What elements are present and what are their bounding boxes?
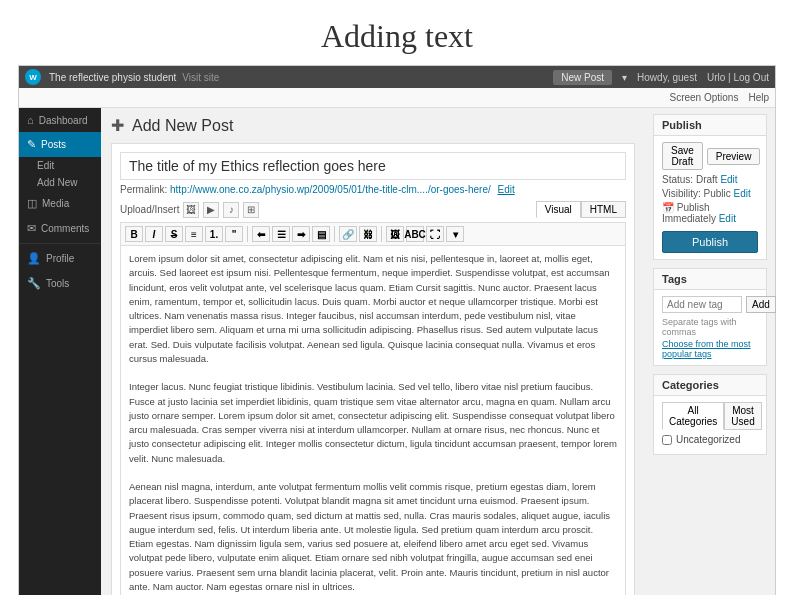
tags-box-content: Add Separate tags with commas Choose fro… xyxy=(654,290,766,365)
tab-visual[interactable]: Visual xyxy=(536,201,581,218)
tab-html[interactable]: HTML xyxy=(581,201,626,218)
publish-immediately-row: 📅 Publish Immediately Edit xyxy=(662,202,758,224)
status-value: Draft xyxy=(696,174,718,185)
edit-status-link[interactable]: Edit xyxy=(720,174,737,185)
upload-image-btn[interactable]: 🖼 xyxy=(183,202,199,218)
sidebar-item-comments[interactable]: ✉ Comments xyxy=(19,216,101,241)
toolbar-row: Upload/Insert 🖼 ▶ ♪ ⊞ Visual HTML xyxy=(120,201,626,218)
save-draft-btn[interactable]: Save Draft xyxy=(662,142,703,170)
screen-options-btn[interactable]: Screen Options xyxy=(669,92,738,103)
permalink-label: Permalink: xyxy=(120,184,170,195)
image-insert-btn[interactable]: 🖼 xyxy=(386,226,404,242)
tools-icon: 🔧 xyxy=(27,277,41,290)
upload-media-btn[interactable]: ⊞ xyxy=(243,202,259,218)
bold-btn[interactable]: B xyxy=(125,226,143,242)
link-btn[interactable]: 🔗 xyxy=(339,226,357,242)
publish-box-content: Save Draft Preview Status: Draft Edit Vi… xyxy=(654,136,766,259)
tab-most-used[interactable]: Most Used xyxy=(724,402,761,430)
permalink-url[interactable]: http://www.one.co.za/physio.wp/2009/05/0… xyxy=(170,184,491,195)
sidebar-item-posts[interactable]: ✎ Posts xyxy=(19,132,101,157)
sidebar-section-profile: 👤 Profile 🔧 Tools xyxy=(19,243,101,296)
upload-insert-label: Upload/Insert xyxy=(120,204,179,215)
category-checkbox-uncategorized[interactable] xyxy=(662,435,672,445)
categories-box: Categories All Categories Most Used Unca… xyxy=(653,374,767,455)
visibility-value: Public xyxy=(704,188,731,199)
category-item-uncategorized: Uncategorized xyxy=(662,434,758,445)
sidebar-item-label-dashboard: Dashboard xyxy=(39,115,88,126)
right-sidebar: Publish Save Draft Preview Status: Draft… xyxy=(645,108,775,595)
admin-bar: W The reflective physio student Visit si… xyxy=(19,66,775,88)
unordered-list-btn[interactable]: ≡ xyxy=(185,226,203,242)
urlo-link[interactable]: Urlo | Log Out xyxy=(707,72,769,83)
publish-box: Publish Save Draft Preview Status: Draft… xyxy=(653,114,767,260)
dropdown-arrow-icon[interactable]: ▾ xyxy=(622,72,627,83)
wp-logo: W xyxy=(25,69,41,85)
sidebar-sub-add-new[interactable]: Add New xyxy=(19,174,101,191)
upload-video-btn[interactable]: ▶ xyxy=(203,202,219,218)
tags-box: Tags Add Separate tags with commas Choos… xyxy=(653,268,767,366)
sidebar-item-tools[interactable]: 🔧 Tools xyxy=(19,271,101,296)
body-paragraph-2: Integer lacus. Nunc feugiat tristique li… xyxy=(129,380,617,466)
italic-btn[interactable]: I xyxy=(145,226,163,242)
sidebar-sub-edit[interactable]: Edit xyxy=(19,157,101,174)
new-post-button[interactable]: New Post xyxy=(553,70,612,85)
visit-site-link[interactable]: Visit site xyxy=(182,72,219,83)
tags-add-btn[interactable]: Add xyxy=(746,296,776,313)
tags-input[interactable] xyxy=(662,296,742,313)
comments-icon: ✉ xyxy=(27,222,36,235)
choose-tags-link[interactable]: Choose from the most popular tags xyxy=(662,339,758,359)
categories-box-title: Categories xyxy=(654,375,766,396)
fullscreen-btn[interactable]: ⛶ xyxy=(426,226,444,242)
status-label: Status: xyxy=(662,174,693,185)
permalink-edit-link[interactable]: Edit xyxy=(498,184,515,195)
categories-tabs: All Categories Most Used xyxy=(662,402,758,430)
tab-all-categories[interactable]: All Categories xyxy=(662,402,724,430)
profile-icon: 👤 xyxy=(27,252,41,265)
content-area: ✚ Add New Post Permalink: http://www.one… xyxy=(101,108,645,595)
unlink-btn[interactable]: ⛓ xyxy=(359,226,377,242)
text-editor-area[interactable]: Lorem ipsum dolor sit amet, consectetur … xyxy=(120,246,626,595)
format-toolbar: B I S ≡ 1. " ⬅ ☰ ➡ ▤ 🔗 ⛓ 🖼 ABC xyxy=(120,222,626,246)
toolbar-separator-1 xyxy=(247,226,248,242)
spellcheck-btn[interactable]: ABC xyxy=(406,226,424,242)
post-title-input[interactable] xyxy=(120,152,626,180)
sidebar-item-media[interactable]: ◫ Media xyxy=(19,191,101,216)
blockquote-btn[interactable]: " xyxy=(225,226,243,242)
wp-admin-wrapper: W The reflective physio student Visit si… xyxy=(18,65,776,595)
align-left-btn[interactable]: ⬅ xyxy=(252,226,270,242)
visibility-row: Visibility: Public Edit xyxy=(662,188,758,199)
sidebar-item-label-posts: Posts xyxy=(41,139,66,150)
align-justify-btn[interactable]: ▤ xyxy=(312,226,330,242)
upload-audio-btn[interactable]: ♪ xyxy=(223,202,239,218)
page-heading: ✚ Add New Post xyxy=(111,116,635,135)
tags-hint: Separate tags with commas xyxy=(662,317,758,337)
second-bar: Screen Options Help xyxy=(19,88,775,108)
permalink-bar: Permalink: http://www.one.co.za/physio.w… xyxy=(120,184,626,195)
sidebar-item-dashboard[interactable]: ⌂ Dashboard xyxy=(19,108,101,132)
page-title: Add New Post xyxy=(132,117,233,135)
tags-input-row: Add xyxy=(662,296,758,313)
main-layout: ⌂ Dashboard ✎ Posts Edit Add New ◫ Media… xyxy=(19,108,775,595)
body-paragraph-1: Lorem ipsum dolor sit amet, consectetur … xyxy=(129,252,617,366)
body-paragraph-3: Aenean nisl magna, interdum, ante volutp… xyxy=(129,480,617,594)
publish-box-title: Publish xyxy=(654,115,766,136)
publish-btn[interactable]: Publish xyxy=(662,231,758,253)
add-new-post-icon: ✚ xyxy=(111,116,124,135)
sidebar-item-profile[interactable]: 👤 Profile xyxy=(19,246,101,271)
media-icon: ◫ xyxy=(27,197,37,210)
upload-insert-area: Upload/Insert 🖼 ▶ ♪ ⊞ xyxy=(120,202,259,218)
sidebar-item-label-media: Media xyxy=(42,198,69,209)
edit-visibility-link[interactable]: Edit xyxy=(734,188,751,199)
admin-bar-right: New Post ▾ Howdy, guest Urlo | Log Out xyxy=(553,70,769,85)
toolbar-separator-2 xyxy=(334,226,335,242)
align-right-btn[interactable]: ➡ xyxy=(292,226,310,242)
strikethrough-btn[interactable]: S xyxy=(165,226,183,242)
publish-immediately-label: 📅 xyxy=(662,202,677,213)
help-btn[interactable]: Help xyxy=(748,92,769,103)
preview-btn[interactable]: Preview xyxy=(707,148,761,165)
toolbar-separator-3 xyxy=(381,226,382,242)
edit-publish-link[interactable]: Edit xyxy=(719,213,736,224)
show-hide-btn[interactable]: ▾ xyxy=(446,226,464,242)
ordered-list-btn[interactable]: 1. xyxy=(205,226,223,242)
align-center-btn[interactable]: ☰ xyxy=(272,226,290,242)
